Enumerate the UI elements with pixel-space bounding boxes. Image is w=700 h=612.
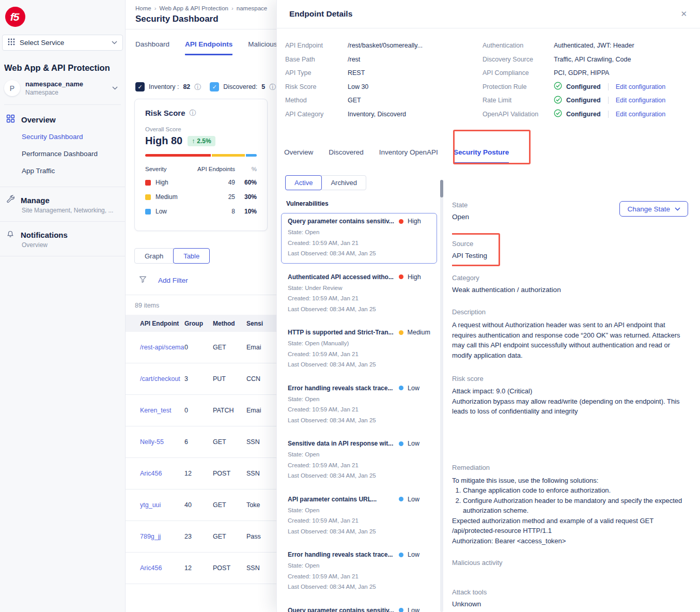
- edit-configuration-link[interactable]: Edit configuration: [616, 83, 666, 90]
- overview-label: Overview: [21, 115, 56, 124]
- chevron-down-icon: [112, 86, 118, 90]
- product-title: Web App & API Protection: [4, 63, 125, 73]
- vulnerability-card[interactable]: Error handling reveals stack trace...Low…: [281, 380, 437, 431]
- tab-inventory-openapi[interactable]: Inventory OpenAPI: [379, 148, 438, 164]
- severity-dot: [399, 219, 403, 224]
- table-row: /cart/checkout 3 PUT CCN: [126, 363, 276, 395]
- sidebar-section-notifications[interactable]: Notifications Overview: [0, 221, 125, 256]
- breadcrumb-namespace[interactable]: namespace: [237, 5, 270, 11]
- col-severity: Severity: [145, 166, 195, 172]
- inventory-checkbox[interactable]: ✓: [135, 82, 145, 91]
- vulnerability-card[interactable]: Sensitive data in API response wit...Low…: [281, 435, 437, 486]
- severity-row-low: Low 8 10%: [145, 204, 257, 219]
- malicious-activity-label: Malicious activity: [452, 559, 690, 567]
- severity-dot: [399, 553, 403, 557]
- chevron-down-icon: [112, 41, 117, 44]
- info-icon[interactable]: ⓘ: [190, 110, 196, 116]
- remediation-section: Remediation To mitigate this issue, use …: [452, 464, 690, 546]
- breadcrumb-waap[interactable]: Web App & API Protection: [160, 5, 234, 11]
- sidebar-item-app-traffic[interactable]: App Traffic: [0, 162, 125, 179]
- sidebar-item-security-dashboard[interactable]: Security Dashboard: [0, 128, 125, 145]
- endpoint-link[interactable]: /cart/checkout: [140, 375, 180, 382]
- active-tab-button[interactable]: Active: [285, 175, 322, 190]
- header-method[interactable]: Method: [213, 320, 246, 327]
- tab-overview[interactable]: Overview: [284, 148, 313, 164]
- namespace-selector[interactable]: P namespace_name Namespace: [4, 80, 121, 105]
- table-view-button[interactable]: Table: [173, 248, 210, 264]
- notifications-sublabel: Overview: [0, 240, 125, 249]
- chevron-down-icon: [675, 207, 680, 211]
- close-icon[interactable]: ✕: [680, 9, 687, 19]
- endpoint-link[interactable]: /rest-api/scema: [140, 344, 184, 351]
- drawer-header: Endpoint Details ✕: [277, 0, 700, 28]
- tab-dashboard[interactable]: Dashboard: [135, 40, 169, 55]
- discovered-checkbox[interactable]: ✓: [210, 82, 219, 91]
- select-service-label: Select Service: [20, 39, 64, 47]
- source-value: API Testing: [452, 252, 487, 259]
- medium-swatch: [145, 194, 151, 200]
- add-filter-row: Add Filter: [126, 275, 276, 295]
- sidebar-item-performance-dashboard[interactable]: Performance Dashboard: [0, 145, 125, 162]
- endpoint-link[interactable]: Nelly-55: [140, 438, 164, 446]
- info-icon[interactable]: ⓘ: [269, 84, 276, 90]
- sidebar-section-manage[interactable]: Manage Site Management, Networking, ...: [0, 187, 125, 221]
- endpoint-link[interactable]: 789g_jj: [140, 533, 161, 540]
- annotation-box-source: [452, 233, 500, 266]
- remediation-steps: Change application code to enforce autho…: [452, 485, 690, 516]
- vulnerability-card[interactable]: Query parameter contains sensitiv...High…: [281, 213, 437, 264]
- header-sensitive[interactable]: Sensi: [246, 320, 276, 327]
- breadcrumb-home[interactable]: Home: [135, 5, 157, 11]
- low-swatch: [145, 209, 151, 215]
- graph-view-button[interactable]: Graph: [134, 248, 174, 264]
- vulnerability-list-scrollbar-track[interactable]: [440, 180, 443, 612]
- endpoint-link[interactable]: Aric456: [140, 470, 162, 477]
- f5-logo: f5: [5, 7, 25, 27]
- table-row: ytg_uui 40 GET Toke: [126, 489, 276, 521]
- source-section: Source API Testing: [452, 240, 487, 259]
- overall-score-value: High 80: [145, 135, 182, 147]
- page-title: Security Dashboard: [135, 14, 276, 24]
- endpoint-link[interactable]: ytg_uui: [140, 501, 161, 509]
- attack-tools-value: Unknown: [452, 600, 690, 608]
- change-state-button[interactable]: Change State: [619, 201, 688, 217]
- add-filter-button[interactable]: Add Filter: [158, 277, 188, 284]
- tab-api-endpoints[interactable]: API Endpoints: [185, 40, 232, 55]
- vulnerability-card[interactable]: Authenticated API accessed witho...High …: [281, 269, 437, 319]
- filter-discovered: ✓ Discovered: 5 ⓘ: [210, 82, 276, 91]
- configured-status: Configured: [566, 83, 601, 90]
- manage-sublabel: Site Management, Networking, ...: [0, 205, 125, 214]
- bell-icon: [6, 230, 14, 240]
- risk-detail-line: Authorization bypass may allow read/writ…: [452, 396, 690, 417]
- sidebar-section-overview[interactable]: Overview: [0, 105, 125, 125]
- configured-status: Configured: [566, 111, 601, 118]
- select-service-dropdown[interactable]: Select Service: [2, 35, 123, 51]
- header-group[interactable]: Group: [184, 320, 213, 327]
- endpoint-link[interactable]: Keren_test: [140, 407, 171, 414]
- vulnerability-card[interactable]: Query parameter contains sensitiv...Low …: [281, 602, 437, 612]
- table-row: Aric456 12 POST SSN: [126, 553, 276, 584]
- authentication-value: Authenticated, JWT: Header: [554, 42, 634, 49]
- score-delta-badge: ↑ 2.5%: [188, 136, 215, 146]
- edit-configuration-link[interactable]: Edit configuration: [616, 97, 666, 104]
- archived-tab-button[interactable]: Archived: [321, 175, 366, 190]
- edit-configuration-link[interactable]: Edit configuration: [616, 111, 666, 118]
- graph-table-toggle: Graph Table: [134, 248, 276, 264]
- vulnerability-card[interactable]: Error handling reveals stack trace...Low…: [281, 546, 437, 597]
- tab-security-posture[interactable]: Security Posture: [454, 148, 509, 164]
- inventory-count: 82: [183, 83, 190, 90]
- risk-impact-line: Attack impact: 9.0 (Critical): [452, 386, 690, 396]
- api-endpoint-value: /rest/basket/0somereally...: [348, 42, 423, 49]
- header-api-endpoint[interactable]: API Endpoint: [126, 320, 184, 327]
- info-icon[interactable]: ⓘ: [194, 84, 201, 90]
- vulnerability-list-scrollbar-thumb[interactable]: [440, 180, 443, 197]
- risk-score-section: Risk score Attack impact: 9.0 (Critical)…: [452, 375, 690, 417]
- endpoint-link[interactable]: Aric456: [140, 564, 162, 572]
- wrench-icon: [6, 195, 14, 205]
- vulnerability-card[interactable]: HTTP is supported and Strict-Tran...Medi…: [281, 324, 437, 375]
- category-section: Category Weak authentication / authoriza…: [452, 274, 690, 294]
- tab-malicious-users[interactable]: Malicious Users: [248, 40, 276, 55]
- tab-discovered[interactable]: Discovered: [329, 148, 364, 164]
- table-row: Nelly-55 6 GET SSN: [126, 426, 276, 458]
- vulnerability-card[interactable]: API parameter contains URL...Low State: …: [281, 491, 437, 542]
- malicious-activity-section: Malicious activity: [452, 559, 690, 567]
